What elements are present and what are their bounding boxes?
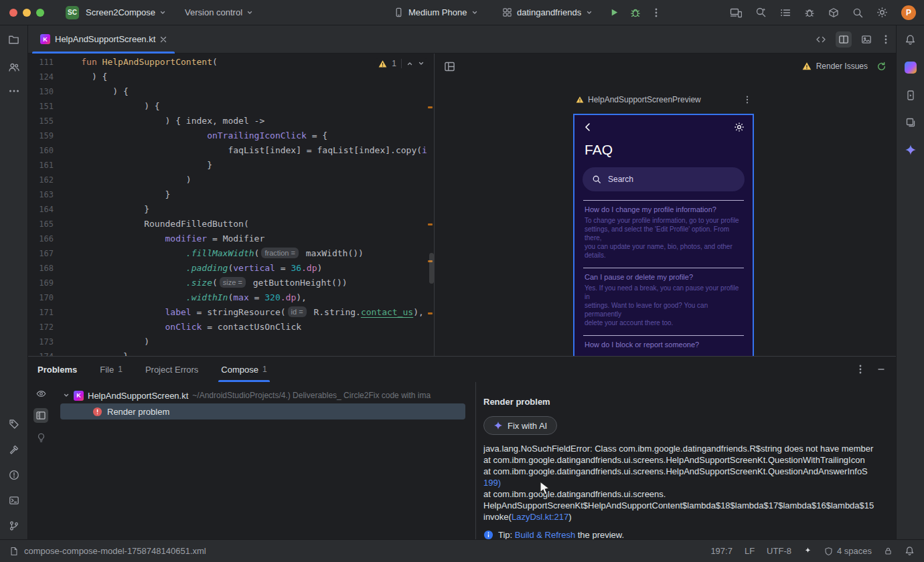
notifications-bell-icon[interactable] xyxy=(905,546,915,556)
code-line[interactable]: modifier = Modifier xyxy=(60,231,427,246)
code-line[interactable]: ) xyxy=(60,173,427,187)
project-folder-icon[interactable] xyxy=(8,34,19,45)
app-insights-icon[interactable] xyxy=(905,62,917,74)
phone-preview[interactable]: FAQ Search How do I change my profile in… xyxy=(573,114,754,356)
editor-code[interactable]: fun HelpAndSupportContent() {) {) {) { i… xyxy=(60,55,427,356)
ai-search-icon[interactable] xyxy=(755,7,767,18)
device-mirroring-icon[interactable] xyxy=(730,7,742,18)
next-problem-icon[interactable] xyxy=(418,60,425,67)
refresh-icon[interactable] xyxy=(876,62,887,72)
problems-window-title[interactable]: Problems xyxy=(37,365,77,375)
panel-options-icon[interactable] xyxy=(856,364,865,375)
problems-file-row[interactable]: K HelpAndSupportScreen.kt ~/AndroidStudi… xyxy=(54,387,475,403)
settings-gear-icon[interactable] xyxy=(876,7,888,18)
problems-tab-compose[interactable]: Compose1 xyxy=(221,357,266,382)
hide-panel-icon[interactable] xyxy=(877,365,885,373)
notifications-bell-icon[interactable] xyxy=(905,34,916,45)
code-line[interactable]: } xyxy=(60,158,427,173)
more-actions-button[interactable] xyxy=(651,7,661,18)
bookmarks-tag-icon[interactable] xyxy=(9,419,19,430)
people-icon[interactable] xyxy=(8,62,20,73)
inspection-widget[interactable]: 1 xyxy=(374,58,429,70)
divider[interactable] xyxy=(475,382,476,539)
code-line[interactable]: } xyxy=(60,202,427,217)
debug-button[interactable] xyxy=(630,7,641,18)
lock-icon[interactable] xyxy=(884,546,893,556)
code-line[interactable]: .padding(vertical = 36.dp) xyxy=(60,261,427,276)
run-button[interactable] xyxy=(609,7,619,17)
code-line[interactable]: onClick = contactUsOnClick xyxy=(60,320,427,335)
warning-stripe-mark[interactable] xyxy=(428,223,433,225)
faq-item[interactable]: How do I change my profile information?T… xyxy=(583,200,744,268)
problems-tab-file[interactable]: File1 xyxy=(100,357,123,382)
build-icon[interactable] xyxy=(9,444,19,455)
code-line[interactable]: ) { index, model -> xyxy=(60,114,427,128)
code-line[interactable]: label = stringResource(id = R.string.con… xyxy=(60,305,427,320)
close-window-button[interactable] xyxy=(9,9,17,17)
code-line[interactable]: onTrailingIconClick = { xyxy=(60,128,427,143)
problems-icon[interactable] xyxy=(9,470,19,480)
code-line[interactable]: ) { xyxy=(60,84,427,99)
task-list-icon[interactable] xyxy=(780,7,791,18)
code-line[interactable]: ) { xyxy=(60,99,427,114)
build-refresh-link[interactable]: Build & Refresh xyxy=(515,530,575,539)
settings-gear-icon[interactable] xyxy=(734,122,745,132)
file-encoding[interactable]: UTF-8 xyxy=(767,546,791,556)
fix-with-ai-button[interactable]: Fix with AI xyxy=(483,416,557,435)
user-avatar[interactable]: P xyxy=(901,5,916,20)
back-button[interactable] xyxy=(583,122,593,132)
faq-item[interactable]: Can I pause or delete my profile?Yes. If… xyxy=(583,268,744,335)
code-line[interactable]: } xyxy=(60,349,427,356)
problems-tab-project-errors[interactable]: Project Errors xyxy=(145,357,198,382)
split-view-icon[interactable] xyxy=(836,31,852,48)
code-line[interactable]: RoundedFilledButton( xyxy=(60,217,427,231)
search-bar[interactable]: Search xyxy=(583,167,745,191)
preview-layout-icon[interactable] xyxy=(444,61,455,72)
minimize-window-button[interactable] xyxy=(23,9,31,17)
editor-options-icon[interactable] xyxy=(881,34,891,45)
stack-link[interactable]: 199) xyxy=(483,478,501,488)
project-menu[interactable]: Screen2Compose xyxy=(86,7,166,17)
warning-stripe-mark[interactable] xyxy=(428,106,433,108)
stack-link[interactable]: LazyDsl.kt:217 xyxy=(512,512,568,522)
editor-scrollbar[interactable] xyxy=(429,253,434,284)
line-separator[interactable]: LF xyxy=(745,546,755,556)
code-line[interactable]: .size(size = getButtonHeight()) xyxy=(60,276,427,290)
app-inspection-icon[interactable] xyxy=(804,7,815,18)
running-devices-icon[interactable] xyxy=(905,90,916,101)
caret-position[interactable]: 197:7 xyxy=(710,546,733,556)
layout-inspector-icon[interactable] xyxy=(905,117,916,128)
search-icon[interactable] xyxy=(852,7,863,18)
code-editor[interactable]: 1111241301511551591601611621631641651661… xyxy=(28,54,434,356)
faq-item[interactable]: How do I block or report someone? xyxy=(583,335,744,356)
vcs-menu[interactable]: Version control xyxy=(185,7,253,17)
code-line[interactable]: } xyxy=(60,187,427,202)
warning-stripe-mark[interactable] xyxy=(428,312,433,314)
code-line[interactable]: .fillMaxWidth(fraction = maxWidth()) xyxy=(60,246,427,261)
problem-row-selected[interactable]: Render problem xyxy=(60,403,465,419)
more-tool-windows-icon[interactable] xyxy=(9,89,19,93)
code-view-icon[interactable] xyxy=(816,34,826,45)
terminal-icon[interactable] xyxy=(9,495,19,506)
view-options-eye-icon[interactable] xyxy=(35,389,47,399)
file-tab[interactable]: K HelpAndSupportScreen.kt xyxy=(32,25,175,54)
run-configuration-selector[interactable]: datingandfriends xyxy=(502,7,593,17)
device-selector[interactable]: Medium Phone xyxy=(394,7,478,17)
preview-card-header[interactable]: HelpAndSupportScreenPreview xyxy=(573,95,754,104)
sdk-manager-icon[interactable] xyxy=(828,7,839,18)
quick-fix-bulb-icon[interactable] xyxy=(36,432,46,443)
chevron-down-icon[interactable] xyxy=(63,392,70,399)
status-file-label[interactable]: compose-compose-model-1758748140651.xml xyxy=(24,546,206,556)
zoom-window-button[interactable] xyxy=(36,9,44,17)
git-branch-icon[interactable] xyxy=(9,521,19,531)
code-line[interactable]: faqList[index] = faqList[index].copy(isE xyxy=(60,143,427,158)
preview-options-icon[interactable] xyxy=(743,95,751,104)
code-line[interactable]: ) { xyxy=(60,70,427,84)
render-issues-status[interactable]: Render Issues xyxy=(802,62,887,72)
code-line[interactable]: fun HelpAndSupportContent( xyxy=(60,55,427,70)
ai-sparkle-icon[interactable] xyxy=(803,547,812,555)
code-line[interactable]: ) xyxy=(60,335,427,349)
gemini-star-icon[interactable] xyxy=(905,144,917,156)
code-line[interactable]: .widthIn(max = 320.dp), xyxy=(60,290,427,305)
indent-widget[interactable]: 4 spaces xyxy=(824,546,872,556)
